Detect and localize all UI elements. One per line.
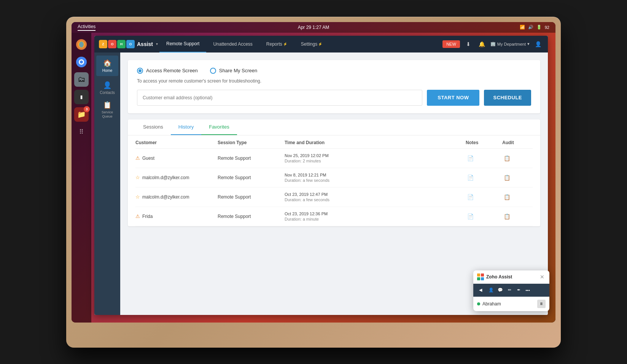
notification-button[interactable]: 🔔 <box>477 39 487 49</box>
widget-user-button[interactable]: 👤 <box>487 286 495 294</box>
audit-button-3[interactable]: 📋 <box>502 212 511 221</box>
status-dot <box>477 302 480 305</box>
tab-favorites[interactable]: Favorites <box>201 119 237 135</box>
session-type-cell-0: Remote Support <box>218 156 278 161</box>
col-notes: Notes <box>466 140 496 145</box>
tab-remote-support[interactable]: Remote Support <box>159 36 206 52</box>
department-selector[interactable]: 🏢 My Department ▾ <box>490 41 530 46</box>
archive-badge: 3 <box>84 106 90 112</box>
user-account-button[interactable]: 👤 <box>533 39 543 49</box>
tab-settings[interactable]: Settings ⚡ <box>294 36 329 52</box>
audit-cell-2: 📋 <box>502 192 533 202</box>
logo-o: O <box>108 40 116 48</box>
app-logo-text: Assist <box>137 41 153 47</box>
audit-button-1[interactable]: 📋 <box>502 173 511 182</box>
start-now-button[interactable]: START NOW <box>427 90 479 106</box>
svg-rect-5 <box>477 273 480 277</box>
notes-button-3[interactable]: 📄 <box>466 212 475 221</box>
access-remote-radio[interactable] <box>137 68 143 74</box>
logo-h: H <box>117 40 126 48</box>
svg-rect-6 <box>481 273 484 277</box>
svg-rect-7 <box>477 277 480 280</box>
table-header: Customer Session Type Time and Duration … <box>135 135 533 149</box>
svg-rect-8 <box>481 277 484 280</box>
sidebar-item-contacts[interactable]: 👤 Contacts <box>96 78 118 98</box>
audit-cell-1: 📋 <box>502 173 533 182</box>
tab-unattended-access[interactable]: Unattended Access <box>206 36 259 52</box>
email-input[interactable] <box>137 90 422 106</box>
notes-cell-3: 📄 <box>466 212 496 221</box>
access-description: To access your remote customer's screen … <box>137 78 531 84</box>
warning-icon-3: ⚠ <box>135 213 140 219</box>
screen-bezel: Activities Apr 29 1:27 AM 📶 🔊 🔋 92 <box>72 22 555 323</box>
notes-button-0[interactable]: 📄 <box>466 154 475 163</box>
session-type-cell-2: Remote Support <box>218 194 278 200</box>
col-session-type: Session Type <box>218 140 278 145</box>
dock-item-terminal[interactable]: ▮ <box>74 90 89 104</box>
queue-icon: 📋 <box>103 101 111 109</box>
download-button[interactable]: ⬇ <box>463 39 474 49</box>
schedule-button[interactable]: SCHEDULE <box>484 90 531 106</box>
app-nav: Z O H O Assist ▾ Remote Support <box>94 36 548 52</box>
logo-o2: O <box>126 40 135 48</box>
sidebar: 🏠 Home 👤 Contacts 📋 Service Queue <box>94 52 120 315</box>
dock-item-files[interactable]: 🗂 <box>74 72 89 87</box>
action-row: START NOW SCHEDULE <box>137 90 531 106</box>
nav-right: NEW ⬇ 🔔 🏢 My Department ▾ 👤 <box>442 39 543 49</box>
audit-button-0[interactable]: 📋 <box>502 154 511 163</box>
time-cell-2: Oct 23, 2019 12:47 PM Duration: a few se… <box>285 192 460 202</box>
application-dock: 🗂 ▮ 📁 3 ⠿ <box>72 33 91 323</box>
widget-draw-button[interactable]: ✒ <box>514 286 523 294</box>
reports-badge: ⚡ <box>283 42 287 46</box>
access-options: Access Remote Screen Share My Screen <box>137 68 531 74</box>
dock-item-firefox[interactable] <box>74 37 89 52</box>
audit-button-2[interactable]: 📋 <box>502 192 511 202</box>
dock-item-chrome[interactable] <box>74 55 89 69</box>
widget-close-button[interactable]: ✕ <box>539 273 546 280</box>
sidebar-item-service-queue[interactable]: 📋 Service Queue <box>96 100 118 120</box>
notes-cell-2: 📄 <box>466 192 496 202</box>
nav-tabs: Remote Support Unattended Access Reports… <box>159 36 442 52</box>
col-time: Time and Duration <box>285 140 460 145</box>
session-type-cell-1: Remote Support <box>218 175 278 180</box>
widget-more-button[interactable]: ••• <box>524 286 532 294</box>
volume-icon: 🔊 <box>528 25 533 30</box>
widget-body: Abraham ⏸ <box>473 297 549 311</box>
time-cell-3: Oct 23, 2019 12:36 PM Duration: a minute <box>285 211 460 221</box>
contacts-icon: 👤 <box>103 81 111 89</box>
activities-label[interactable]: Activities <box>78 24 95 31</box>
widget-header: Zoho Assist ✕ <box>473 270 549 284</box>
tab-history[interactable]: History <box>171 119 201 135</box>
home-icon: 🏠 <box>103 59 111 67</box>
share-screen-label: Share My Screen <box>219 68 257 73</box>
col-customer: Customer <box>135 140 212 145</box>
share-my-screen-option[interactable]: Share My Screen <box>210 68 257 74</box>
tab-reports[interactable]: Reports ⚡ <box>259 36 294 52</box>
dock-item-grid[interactable]: ⠿ <box>74 125 89 139</box>
customer-cell-2: ☆ malcolm.d@zylker.com <box>135 194 212 200</box>
pause-button[interactable]: ⏸ <box>537 300 546 308</box>
sessions-tabs: Sessions History Favorites <box>128 119 540 135</box>
widget-chat-button[interactable]: 💬 <box>496 286 504 294</box>
time-cell-0: Nov 25, 2019 12:02 PM Duration: 2 minute… <box>285 153 460 163</box>
logo-chevron-icon[interactable]: ▾ <box>156 42 158 46</box>
table-row: ⚠ Frida Remote Support Oct 23, 2019 12:3… <box>135 207 533 226</box>
star-icon-2: ☆ <box>135 194 140 200</box>
widget-nav-left-button[interactable]: ◀ <box>476 286 485 294</box>
sidebar-item-home[interactable]: 🏠 Home <box>96 56 118 76</box>
access-remote-screen-option[interactable]: Access Remote Screen <box>137 68 198 74</box>
col-audit: Audit <box>502 140 533 145</box>
widget-title: Zoho Assist <box>486 274 536 280</box>
logo-z: Z <box>99 40 107 48</box>
dock-item-archive[interactable]: 📁 3 <box>74 107 89 122</box>
share-screen-radio[interactable] <box>210 68 216 74</box>
new-button[interactable]: NEW <box>442 40 460 48</box>
table-row: ☆ malcolm.d@zylker.com Remote Support Oc… <box>135 188 533 207</box>
notes-button-1[interactable]: 📄 <box>466 173 475 182</box>
star-icon-1: ☆ <box>135 175 140 180</box>
tab-sessions[interactable]: Sessions <box>135 119 171 135</box>
notes-button-2[interactable]: 📄 <box>466 192 475 202</box>
customer-cell-1: ☆ malcolm.d@zylker.com <box>135 175 212 180</box>
desktop: Activities Apr 29 1:27 AM 📶 🔊 🔋 92 <box>72 22 555 323</box>
widget-edit-button[interactable]: ✏ <box>505 286 514 294</box>
